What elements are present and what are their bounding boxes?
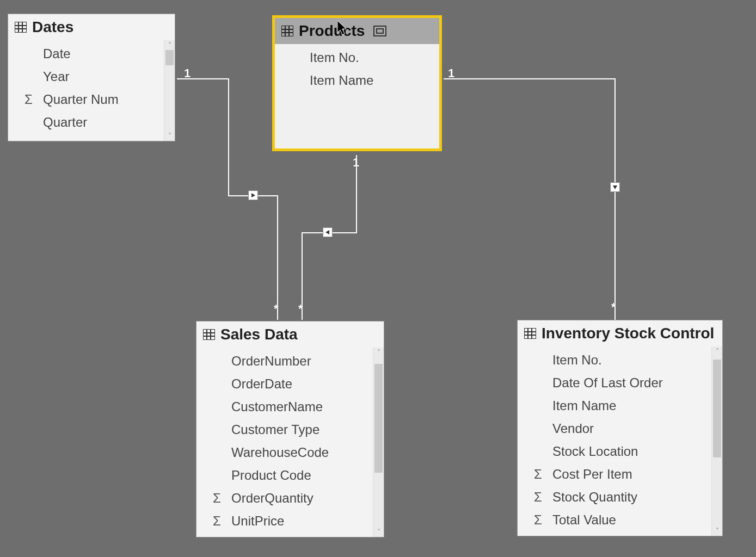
table-dates[interactable]: Dates Date Year ΣQuarter Num Quarter ˄ ˅	[8, 14, 175, 141]
field-item[interactable]: Customer Type	[196, 418, 373, 441]
table-header[interactable]: Products	[275, 18, 439, 44]
field-item[interactable]: ΣOrderQuantity	[196, 487, 373, 510]
filter-direction-icon	[248, 190, 258, 200]
table-header[interactable]: Inventory Stock Control	[518, 320, 722, 346]
scroll-up-icon[interactable]: ˄	[373, 348, 384, 357]
field-item[interactable]: OrderDate	[196, 373, 373, 395]
sigma-icon: Σ	[24, 92, 33, 107]
field-item[interactable]: OrderNumber	[196, 350, 373, 373]
svg-marker-2	[613, 185, 617, 189]
scrollbar[interactable]: ˄ ˅	[373, 348, 384, 537]
cardinality-label: *	[298, 302, 303, 316]
scroll-thumb[interactable]	[713, 360, 721, 457]
field-item[interactable]: ΣStock Quantity	[518, 486, 711, 509]
field-item[interactable]: WarehouseCode	[196, 441, 373, 464]
field-item[interactable]: Item No.	[518, 349, 711, 372]
field-item[interactable]: Date Of Last Order	[518, 372, 711, 394]
field-item[interactable]: Quarter	[8, 111, 164, 134]
table-title: Products	[299, 22, 365, 40]
sigma-icon: Σ	[534, 512, 542, 528]
field-item[interactable]: ΣQuarter Num	[8, 88, 164, 111]
field-item[interactable]: Stock Location	[518, 440, 711, 463]
sigma-icon: Σ	[213, 513, 221, 529]
svg-rect-18	[524, 328, 536, 339]
field-item[interactable]: Product Code	[196, 464, 373, 487]
sigma-icon: Σ	[213, 491, 221, 506]
cardinality-label: 1	[184, 66, 190, 81]
sigma-icon: Σ	[534, 490, 542, 505]
field-item[interactable]: Date	[8, 42, 164, 65]
field-item[interactable]: Item No.	[275, 46, 439, 69]
cardinality-label: *	[611, 300, 616, 314]
field-item[interactable]: ΣTotal Value	[518, 509, 711, 531]
field-item[interactable]: ΣCost Per Item	[518, 463, 711, 486]
scroll-up-icon[interactable]: ˄	[164, 40, 175, 50]
table-title: Inventory Stock Control	[542, 325, 714, 342]
svg-marker-0	[251, 193, 255, 197]
field-list: Item No. Item Name	[275, 44, 439, 148]
field-list: Item No. Date Of Last Order Item Name Ve…	[518, 346, 711, 536]
scroll-thumb[interactable]	[374, 364, 383, 473]
field-item[interactable]: Item Name	[275, 69, 439, 92]
cardinality-label: 1	[448, 66, 454, 81]
model-canvas[interactable]: 1 1 1 * * * Dates Date Year ΣQuarter Num…	[0, 0, 756, 557]
field-item[interactable]: Item Name	[518, 394, 711, 417]
filter-direction-icon	[610, 182, 620, 192]
sigma-icon: Σ	[534, 467, 542, 482]
scroll-down-icon[interactable]: ˅	[373, 527, 384, 537]
scroll-down-icon[interactable]: ˅	[164, 131, 175, 141]
table-icon	[281, 26, 293, 36]
field-list: OrderNumber OrderDate CustomerName Custo…	[196, 348, 373, 537]
table-products[interactable]: Products Item No. Item Name	[272, 15, 442, 151]
svg-rect-8	[281, 26, 293, 36]
field-item[interactable]: CustomerName	[196, 395, 373, 418]
field-item[interactable]: Year	[8, 65, 164, 88]
field-item[interactable]: ΣUnitPrice	[196, 510, 373, 533]
table-title: Sales Data	[220, 326, 298, 343]
cardinality-label: *	[274, 302, 279, 316]
scroll-up-icon[interactable]: ˄	[712, 346, 722, 356]
table-title: Dates	[32, 18, 73, 36]
scrollbar[interactable]: ˄ ˅	[711, 346, 722, 536]
svg-marker-1	[325, 230, 329, 234]
cardinality-label: 1	[353, 156, 359, 170]
table-icon	[15, 22, 27, 33]
table-sales-data[interactable]: Sales Data OrderNumber OrderDate Custome…	[196, 321, 384, 537]
table-icon	[203, 329, 215, 340]
scrollbar[interactable]: ˄ ˅	[164, 40, 175, 141]
svg-rect-3	[15, 22, 27, 33]
maximize-icon[interactable]	[373, 26, 386, 36]
scroll-thumb[interactable]	[165, 50, 174, 65]
filter-direction-icon	[323, 227, 333, 237]
field-list: Date Year ΣQuarter Num Quarter	[8, 40, 164, 141]
svg-rect-13	[203, 329, 215, 340]
field-item[interactable]: Vendor	[518, 417, 711, 440]
table-inventory-stock-control[interactable]: Inventory Stock Control Item No. Date Of…	[517, 320, 723, 536]
table-icon	[524, 328, 536, 339]
table-header[interactable]: Sales Data	[196, 321, 384, 348]
table-header[interactable]: Dates	[8, 14, 175, 40]
scroll-down-icon[interactable]: ˅	[712, 526, 722, 536]
